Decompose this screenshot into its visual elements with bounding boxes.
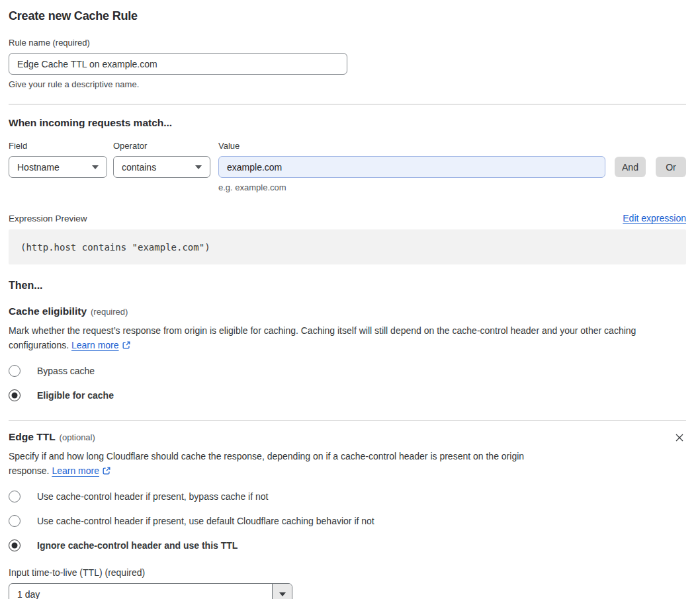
radio-option-eligible-for-cache[interactable]: Eligible for cache <box>9 389 686 401</box>
external-link-icon <box>102 466 111 475</box>
chevron-down-icon <box>195 165 202 169</box>
expression-code: (http.host contains "example.com") <box>21 242 210 253</box>
value-input[interactable] <box>218 156 605 178</box>
external-link-icon <box>122 340 131 350</box>
value-help: e.g. example.com <box>218 182 686 192</box>
expression-code-block: (http.host contains "example.com") <box>9 229 686 264</box>
radio-icon[interactable] <box>9 539 21 551</box>
edit-expression-link[interactable]: Edit expression <box>623 213 686 223</box>
match-labels-row: Field Operator Value <box>9 141 686 151</box>
radio-icon[interactable] <box>9 491 21 502</box>
cache-eligibility-required-badge: (required) <box>91 307 128 317</box>
field-label: Field <box>9 141 113 151</box>
expression-preview-row: Expression Preview Edit expression <box>9 213 686 223</box>
operator-select[interactable]: contains <box>113 156 210 178</box>
create-cache-rule-page: Create new Cache Rule Rule name (require… <box>0 0 700 599</box>
edge-ttl-heading: Edge TTL <box>9 431 56 442</box>
radio-icon[interactable] <box>9 365 21 377</box>
radio-label: Bypass cache <box>37 366 95 376</box>
ttl-label: Input time-to-live (TTL) (required) <box>9 567 686 578</box>
match-heading: When incoming requests match... <box>9 117 686 129</box>
learn-more-link[interactable]: Learn more <box>71 340 119 350</box>
cache-eligibility-heading: Cache eligibility <box>9 305 87 317</box>
operator-label: Operator <box>113 141 218 151</box>
radio-label: Use cache-control header if present, byp… <box>37 491 268 502</box>
radio-option-use-header-bypass[interactable]: Use cache-control header if present, byp… <box>9 491 686 502</box>
cache-eligibility-description: Mark whether the request’s response from… <box>9 324 686 352</box>
close-icon[interactable] <box>673 431 686 444</box>
field-select[interactable]: Hostname <box>9 156 107 178</box>
radio-icon[interactable] <box>9 389 21 401</box>
radio-option-bypass-cache[interactable]: Bypass cache <box>9 365 686 377</box>
radio-option-ignore-header-use-ttl[interactable]: Ignore cache-control header and use this… <box>9 539 686 551</box>
radio-label: Use cache-control header if present, use… <box>37 516 374 526</box>
radio-icon[interactable] <box>9 515 21 527</box>
chevron-down-icon <box>92 165 99 169</box>
then-heading: Then... <box>9 280 686 292</box>
radio-option-use-header-default[interactable]: Use cache-control header if present, use… <box>9 515 686 527</box>
ttl-dropdown-button[interactable] <box>272 584 292 599</box>
rule-name-help: Give your rule a descriptive name. <box>9 79 686 89</box>
edge-ttl-header: Edge TTL(optional) <box>9 431 686 444</box>
rule-name-input[interactable] <box>9 53 347 75</box>
expression-preview-label: Expression Preview <box>9 214 87 223</box>
radio-label: Eligible for cache <box>37 390 114 401</box>
chevron-down-icon <box>279 592 286 596</box>
operator-select-value: contains <box>122 162 156 173</box>
page-title: Create new Cache Rule <box>9 9 686 23</box>
cache-eligibility-header: Cache eligibility(required) <box>9 305 686 317</box>
or-button[interactable]: Or <box>656 157 686 177</box>
field-select-value: Hostname <box>17 162 60 173</box>
ttl-select-value: 1 day <box>9 584 272 599</box>
value-label: Value <box>218 141 240 151</box>
learn-more-link[interactable]: Learn more <box>52 465 99 476</box>
and-button[interactable]: And <box>615 157 646 177</box>
edge-ttl-description: Specify if and how long Cloudflare shoul… <box>9 450 563 478</box>
match-controls-row: Hostname contains And Or <box>9 156 686 178</box>
ttl-select[interactable]: 1 day <box>9 583 292 599</box>
rule-name-label: Rule name (required) <box>9 38 686 48</box>
divider <box>9 104 686 104</box>
edge-ttl-optional-badge: (optional) <box>60 432 95 442</box>
divider <box>9 420 686 420</box>
radio-label: Ignore cache-control header and use this… <box>37 540 238 551</box>
